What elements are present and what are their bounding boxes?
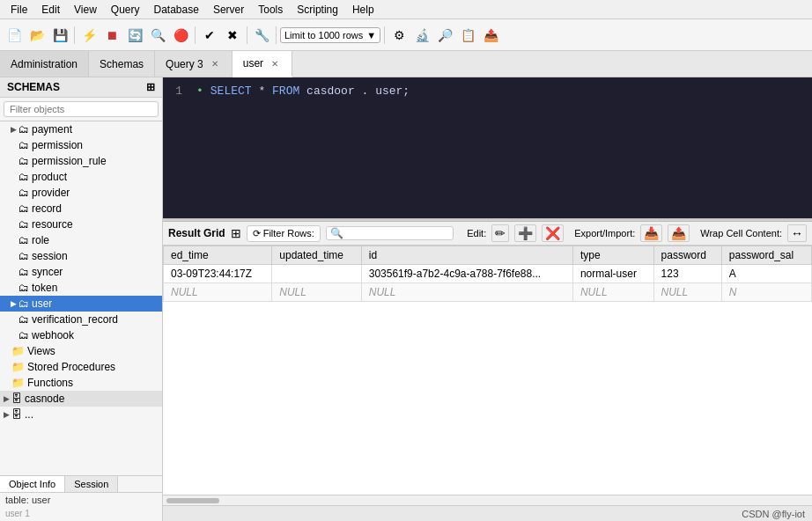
- new-file-button[interactable]: 📄: [4, 25, 25, 46]
- data-grid[interactable]: ed_time updated_time id type password pa…: [163, 246, 812, 495]
- tree-item-payment[interactable]: ▶ 🗂 payment: [0, 121, 162, 137]
- execute-button[interactable]: ⚡: [78, 25, 100, 46]
- transaction-button[interactable]: 🔴: [170, 25, 191, 46]
- cell-password-sal: A: [721, 265, 811, 283]
- tab-user-close[interactable]: ✕: [269, 58, 281, 70]
- col-password-sal: password_sal: [721, 246, 811, 265]
- refresh-button[interactable]: 🔄: [124, 25, 145, 46]
- tab-session[interactable]: Session: [65, 476, 118, 492]
- export-button[interactable]: 📤: [480, 25, 501, 46]
- tree-label: Stored Procedures: [27, 361, 115, 373]
- schema-icon: 🗄: [11, 393, 22, 405]
- toolbar: 📄 📂 💾 ⚡ ⏹ 🔄 🔍 🔴 ✔ ✖ 🔧 Limit to 1000 rows…: [0, 19, 812, 51]
- col-ed-time: ed_time: [164, 246, 272, 265]
- tab-administration[interactable]: Administration: [0, 51, 89, 77]
- tab-query3-close[interactable]: ✕: [209, 58, 221, 70]
- tree-item-permission-rule[interactable]: ▶ 🗂 permission_rule: [0, 153, 162, 169]
- schemas-title: SCHEMAS: [7, 81, 60, 93]
- main-layout: SCHEMAS ⊞ ▶ 🗂 payment ▶ 🗂 permission ▶: [0, 77, 812, 521]
- table-row: 03-09T23:44:17Z 303561f9-a7b2-4c9a-a788-…: [164, 265, 812, 283]
- menu-view[interactable]: View: [67, 2, 104, 18]
- tree-item-functions[interactable]: ▶ 📁 Functions: [0, 375, 162, 391]
- edit-icon-1[interactable]: ✏: [491, 224, 509, 242]
- tree-item-record[interactable]: ▶ 🗂 record: [0, 201, 162, 216]
- filter-rows-btn[interactable]: ⟳ Filter Rows:: [247, 225, 321, 242]
- explain-button[interactable]: 🔍: [147, 25, 168, 46]
- open-file-button[interactable]: 📂: [26, 25, 48, 46]
- col-password: password: [653, 246, 721, 265]
- query-editor[interactable]: 1 • SELECT * FROM casdoor . user;: [163, 77, 812, 218]
- wrap-icon[interactable]: ↔: [787, 224, 807, 242]
- tree-item-webhook[interactable]: ▶ 🗂 webhook: [0, 327, 162, 343]
- export-label: Export/Import:: [574, 228, 635, 238]
- table-icon: 🗂: [18, 297, 29, 310]
- cell-id: 303561f9-a7b2-4c9a-a788-7f6fe88...: [361, 265, 572, 283]
- menu-scripting[interactable]: Scripting: [290, 2, 345, 18]
- sidebar-options-icon[interactable]: ⊞: [146, 81, 155, 93]
- limit-dropdown[interactable]: Limit to 1000 rows ▼: [280, 27, 380, 43]
- tree-item-casnode[interactable]: ▶ 🗄 casnode: [0, 391, 162, 407]
- export-icon-2[interactable]: 📤: [668, 224, 690, 242]
- tab-query3-label: Query 3: [166, 58, 203, 70]
- tree-item-stored-procedures[interactable]: ▶ 📁 Stored Procedures: [0, 359, 162, 375]
- save-button[interactable]: 💾: [49, 25, 70, 46]
- toolbar-sep-1: [74, 26, 75, 44]
- result-area: Result Grid ⊞ ⟳ Filter Rows: 🔍 Edit: ✏ ➕…: [163, 222, 812, 505]
- commit-button[interactable]: ✔: [199, 25, 220, 46]
- editor-area: 1 • SELECT * FROM casdoor . user; Result…: [163, 77, 812, 521]
- tree-label: Views: [27, 345, 55, 357]
- tree-item-views[interactable]: ▶ 📁 Views: [0, 343, 162, 359]
- export-icon-1[interactable]: 📥: [640, 224, 662, 242]
- tree-item-product[interactable]: ▶ 🗂 product: [0, 169, 162, 185]
- grid-header-row: ed_time updated_time id type password pa…: [164, 246, 812, 265]
- tree-item-verification-record[interactable]: ▶ 🗂 verification_record: [0, 312, 162, 327]
- tab-query3[interactable]: Query 3 ✕: [155, 51, 233, 77]
- result-toolbar: Result Grid ⊞ ⟳ Filter Rows: 🔍 Edit: ✏ ➕…: [163, 222, 812, 246]
- menu-database[interactable]: Database: [147, 2, 206, 18]
- toggle-button[interactable]: 🔧: [251, 25, 272, 46]
- tree-item-permission[interactable]: ▶ 🗂 permission: [0, 137, 162, 153]
- tree-item-resource[interactable]: ▶ 🗂 resource: [0, 216, 162, 232]
- kw-from: FROM: [272, 84, 299, 98]
- tree-item-provider[interactable]: ▶ 🗂 provider: [0, 185, 162, 201]
- table-icon: 🗂: [18, 187, 29, 199]
- menu-edit[interactable]: Edit: [34, 2, 67, 18]
- cell-updated-time: NULL: [272, 283, 361, 302]
- sp-icon: 📁: [11, 361, 25, 373]
- table-icon: 🗂: [18, 234, 29, 246]
- h-scrollbar[interactable]: [163, 495, 812, 505]
- tree-item-user[interactable]: ▶ 🗂 user: [0, 296, 162, 312]
- tree-label: webhook: [32, 329, 74, 341]
- tree-item-syncer[interactable]: ▶ 🗂 syncer: [0, 264, 162, 280]
- tree-item-session[interactable]: ▶ 🗂 session: [0, 248, 162, 264]
- edit-icon-2[interactable]: ➕: [514, 224, 536, 242]
- grid-options-icon[interactable]: ⊞: [231, 226, 241, 240]
- tree-item-token[interactable]: ▶ 🗂 token: [0, 280, 162, 296]
- table-icon: 🗂: [18, 171, 29, 183]
- menu-file[interactable]: File: [4, 2, 34, 18]
- execute-script-button[interactable]: ⚙: [388, 25, 410, 46]
- tree-label: session: [32, 250, 68, 262]
- format-button[interactable]: 📋: [457, 25, 478, 46]
- tree-area: ▶ 🗂 payment ▶ 🗂 permission ▶ 🗂 permissio…: [0, 121, 162, 475]
- edit-icon-3[interactable]: ❌: [542, 224, 564, 242]
- cell-password-sal: N: [721, 283, 811, 302]
- inspect-button[interactable]: 🔬: [411, 25, 432, 46]
- menu-tools[interactable]: Tools: [251, 2, 290, 18]
- filter-objects-input[interactable]: [4, 101, 159, 117]
- menu-help[interactable]: Help: [345, 2, 381, 18]
- rollback-button[interactable]: ✖: [222, 25, 243, 46]
- tab-user[interactable]: user ✕: [233, 51, 292, 77]
- search-button[interactable]: 🔎: [434, 25, 455, 46]
- tab-schemas[interactable]: Schemas: [89, 51, 155, 77]
- tree-item-more[interactable]: ▶ 🗄 ...: [0, 407, 162, 422]
- search-icon: 🔍: [330, 227, 343, 239]
- tree-item-role[interactable]: ▶ 🗂 role: [0, 232, 162, 248]
- views-icon: 📁: [11, 345, 25, 357]
- filter-rows-input[interactable]: [343, 228, 449, 238]
- stop-button[interactable]: ⏹: [101, 25, 122, 46]
- menu-server[interactable]: Server: [206, 2, 251, 18]
- tab-object-info[interactable]: Object Info: [0, 476, 65, 492]
- menu-query[interactable]: Query: [104, 2, 147, 18]
- limit-label: Limit to 1000 rows: [284, 30, 363, 40]
